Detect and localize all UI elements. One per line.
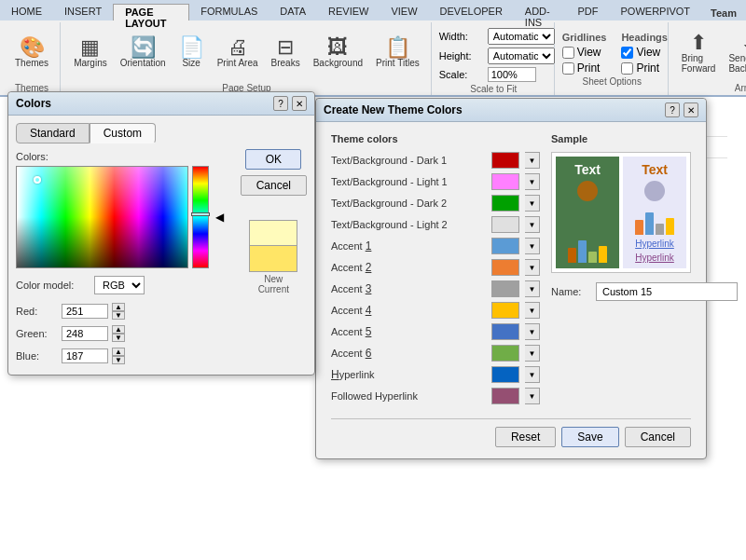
headings-view-check[interactable]: View xyxy=(621,46,668,59)
height-select[interactable]: Automatic xyxy=(488,48,555,64)
tab-insert[interactable]: INSERT xyxy=(53,4,113,20)
scale-input[interactable] xyxy=(488,67,536,82)
color-model-select[interactable]: RGB HSL xyxy=(94,276,145,294)
save-button[interactable]: Save xyxy=(561,427,618,447)
theme-dropdown-9[interactable]: ▼ xyxy=(525,345,540,362)
theme-color-btn-0[interactable] xyxy=(491,152,519,169)
theme-row-6: Accent 3 ▼ xyxy=(331,280,540,297)
theme-dropdown-3[interactable]: ▼ xyxy=(525,216,540,233)
gridlines-print-checkbox[interactable] xyxy=(562,62,574,75)
tab-pdf[interactable]: PDF xyxy=(567,4,610,20)
colors-help-button[interactable]: ? xyxy=(273,96,288,111)
theme-color-btn-8[interactable] xyxy=(491,323,519,340)
blue-input[interactable]: 187 xyxy=(62,348,108,363)
tab-data[interactable]: DATA xyxy=(269,4,317,20)
reset-button[interactable]: Reset xyxy=(495,427,556,447)
tab-formulas[interactable]: FORMULAS xyxy=(189,4,269,20)
theme-color-btn-9[interactable] xyxy=(491,345,519,362)
red-up-arrow[interactable]: ▲ xyxy=(112,303,125,311)
blue-down-arrow[interactable]: ▼ xyxy=(112,356,125,364)
theme-color-btn-4[interactable] xyxy=(491,238,519,254)
theme-dropdown-0[interactable]: ▼ xyxy=(525,152,540,169)
theme-dropdown-1[interactable]: ▼ xyxy=(525,173,540,190)
colors-cancel-button[interactable]: Cancel xyxy=(241,175,307,196)
followed-hyperlink-sample[interactable]: Hyperlink xyxy=(635,253,674,263)
theme-dropdown-6[interactable]: ▼ xyxy=(525,280,540,297)
orientation-button[interactable]: 🔄 Orientation xyxy=(115,34,172,71)
tab-add-ins[interactable]: ADD-INS xyxy=(514,4,567,20)
sample-box: Text Text xyxy=(551,152,691,273)
theme-color-btn-2[interactable] xyxy=(491,195,519,212)
colors-ok-button[interactable]: OK xyxy=(245,149,301,170)
theme-color-btn-3[interactable] xyxy=(491,216,519,233)
color-gradient[interactable] xyxy=(16,166,188,268)
green-down-arrow[interactable]: ▼ xyxy=(112,334,125,342)
theme-cancel-button[interactable]: Cancel xyxy=(625,427,691,447)
size-button[interactable]: 📄 Size xyxy=(173,34,210,71)
theme-dropdown-11[interactable]: ▼ xyxy=(525,388,540,404)
hue-bar[interactable] xyxy=(192,166,209,268)
theme-dropdown-10[interactable]: ▼ xyxy=(525,366,540,383)
theme-label-3: Text/Background - Light 2 xyxy=(331,219,486,230)
headings-print-check[interactable]: Print xyxy=(621,61,668,75)
theme-color-btn-11[interactable] xyxy=(491,388,519,404)
name-row: Name: Custom 15 xyxy=(551,282,691,301)
print-titles-button[interactable]: 📋 Print Titles xyxy=(370,34,425,71)
theme-dropdown-8[interactable]: ▼ xyxy=(525,323,540,340)
print-area-icon: 🖨 xyxy=(228,37,248,58)
theme-help-button[interactable]: ? xyxy=(665,102,680,117)
red-down-arrow[interactable]: ▼ xyxy=(112,311,125,320)
background-label: Background xyxy=(313,58,363,68)
green-up-arrow[interactable]: ▲ xyxy=(112,325,125,334)
themes-button[interactable]: 🎨 Themes xyxy=(9,34,54,71)
tab-review[interactable]: REVIEW xyxy=(317,4,380,20)
background-button[interactable]: 🖼 Background xyxy=(308,34,368,71)
theme-dropdown-2[interactable]: ▼ xyxy=(525,195,540,212)
gridlines-print-check[interactable]: Print xyxy=(562,61,607,75)
colors-close-button[interactable]: ✕ xyxy=(292,96,307,111)
theme-color-btn-7[interactable] xyxy=(491,302,519,319)
send-backward-button[interactable]: ⬇ SendBackward xyxy=(723,30,746,76)
bring-forward-button[interactable]: ⬆ BringForward xyxy=(676,30,722,76)
green-spinner: ▲ ▼ xyxy=(112,325,125,342)
headings-print-checkbox[interactable] xyxy=(621,62,633,75)
standard-tab[interactable]: Standard xyxy=(16,123,90,143)
theme-label-11: Followed Hyperlink xyxy=(331,390,486,402)
theme-dropdown-5[interactable]: ▼ xyxy=(525,259,540,276)
color-arrow[interactable]: ◀ xyxy=(213,166,226,268)
tab-powerpivot[interactable]: POWERPIVOT xyxy=(610,4,702,20)
width-select[interactable]: Automatic xyxy=(488,28,555,45)
theme-close-button[interactable]: ✕ xyxy=(684,102,698,117)
orientation-label: Orientation xyxy=(120,58,166,68)
theme-color-btn-10[interactable] xyxy=(491,366,519,383)
bar-d2 xyxy=(578,240,587,263)
headings-view-checkbox[interactable] xyxy=(621,47,633,59)
print-area-button[interactable]: 🖨 Print Area xyxy=(212,34,264,71)
bar-d4 xyxy=(599,246,607,263)
tab-home[interactable]: HOME xyxy=(0,4,53,20)
gridlines-view-checkbox[interactable] xyxy=(562,47,574,59)
name-input[interactable]: Custom 15 xyxy=(596,282,738,301)
theme-color-btn-6[interactable] xyxy=(491,280,519,297)
theme-color-btn-1[interactable] xyxy=(491,173,519,190)
ribbon-group-arrange: ⬆ BringForward ⬇ SendBackward ▣ Selectio… xyxy=(670,22,746,95)
theme-row-5: Accent 2 ▼ xyxy=(331,259,540,276)
margins-button[interactable]: ▦ Margins xyxy=(68,34,113,71)
custom-tab[interactable]: Custom xyxy=(90,123,156,143)
hyperlink-sample[interactable]: Hyperlink xyxy=(635,239,674,249)
new-color-label: New xyxy=(249,274,297,284)
bar-l2 xyxy=(645,212,654,235)
breaks-button[interactable]: ⊟ Breaks xyxy=(266,34,306,71)
headings-section: Headings View Print xyxy=(621,28,668,75)
team-label: Team xyxy=(701,4,746,20)
green-input[interactable]: 248 xyxy=(62,326,108,341)
tab-view[interactable]: VIEW xyxy=(380,4,428,20)
tab-developer[interactable]: DEVELOPER xyxy=(429,4,514,20)
theme-color-btn-5[interactable] xyxy=(491,259,519,276)
blue-up-arrow[interactable]: ▲ xyxy=(112,348,125,356)
red-input[interactable]: 251 xyxy=(62,304,108,319)
theme-dropdown-7[interactable]: ▼ xyxy=(525,302,540,319)
theme-dropdown-4[interactable]: ▼ xyxy=(525,238,540,254)
tab-page-layout[interactable]: PAGE LAYOUT xyxy=(113,4,189,20)
gridlines-view-check[interactable]: View xyxy=(562,46,607,59)
